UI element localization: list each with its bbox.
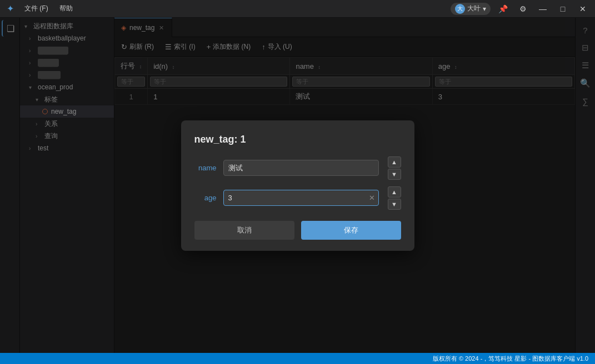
close-button[interactable]: ✕: [575, 1, 591, 17]
edit-dialog: new_tag: 1 name ▲ ▼ age ✕ ▲ ▼: [181, 120, 414, 251]
minimize-button[interactable]: —: [535, 1, 551, 17]
user-menu[interactable]: 大 大叶 ▾: [451, 3, 491, 15]
field-row-name: name ▲ ▼: [194, 156, 401, 180]
chevron-down-icon: ▾: [483, 5, 486, 13]
field-name-input[interactable]: [224, 160, 378, 175]
name-nav-buttons: ▲ ▼: [388, 156, 401, 180]
field-label-age: age: [194, 194, 217, 202]
titlebar: ✦ 文件 (F) 帮助 大 大叶 ▾ 📌 ⚙ — □ ✕: [0, 0, 595, 18]
dialog-overlay: new_tag: 1 name ▲ ▼ age ✕ ▲ ▼: [0, 18, 595, 353]
name-nav-up[interactable]: ▲: [388, 156, 401, 168]
settings-button[interactable]: ⚙: [515, 1, 531, 17]
dialog-actions: 取消 保存: [194, 221, 401, 240]
save-button[interactable]: 保存: [301, 221, 401, 240]
name-nav-down[interactable]: ▼: [388, 169, 401, 180]
username: 大叶: [467, 4, 481, 13]
field-label-name: name: [194, 164, 217, 172]
pin-button[interactable]: 📌: [495, 1, 511, 17]
field-input-wrap-age: ✕: [223, 190, 379, 206]
app-logo: ✦: [4, 3, 16, 14]
maximize-button[interactable]: □: [555, 1, 571, 17]
age-nav-up[interactable]: ▲: [388, 186, 401, 198]
menu-file[interactable]: 文件 (F): [20, 3, 53, 14]
menu-bar: 文件 (F) 帮助: [20, 3, 77, 14]
cancel-button[interactable]: 取消: [194, 221, 294, 240]
dialog-title: new_tag: 1: [194, 134, 401, 145]
clear-age-icon[interactable]: ✕: [366, 194, 378, 202]
statusbar-text: 版权所有 © 2024 -，笃笃科技 星影 - 图数据库客户端 v1.0: [433, 355, 588, 363]
age-nav-down[interactable]: ▼: [388, 199, 401, 210]
menu-help[interactable]: 帮助: [55, 3, 77, 14]
field-input-wrap-name: [223, 160, 379, 176]
titlebar-right: 大 大叶 ▾ 📌 ⚙ — □ ✕: [451, 1, 591, 17]
avatar: 大: [455, 4, 465, 14]
field-row-age: age ✕ ▲ ▼: [194, 186, 401, 210]
age-nav-buttons: ▲ ▼: [388, 186, 401, 210]
statusbar: 版权所有 © 2024 -，笃笃科技 星影 - 图数据库客户端 v1.0: [0, 353, 595, 364]
field-age-input[interactable]: [224, 190, 366, 205]
